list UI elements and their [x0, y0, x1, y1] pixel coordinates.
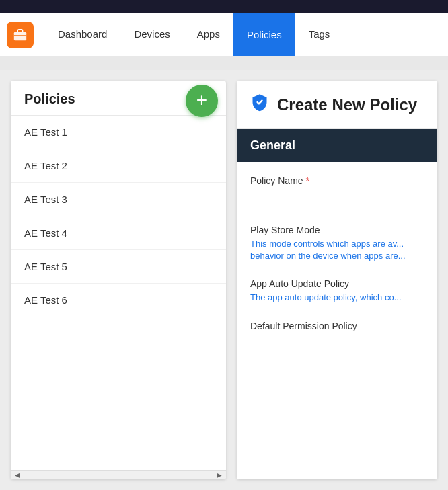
briefcase-icon: [13, 28, 28, 42]
policies-panel: Policies + AE Test 1 AE Test 2 AE Test 3…: [11, 81, 226, 479]
app-auto-update-description: The app auto update policy, which co...: [250, 292, 424, 304]
policy-name-field: Policy Name *: [250, 175, 424, 208]
policy-item-ae-test-5[interactable]: AE Test 5: [11, 250, 226, 284]
play-store-mode-label: Play Store Mode: [250, 224, 424, 235]
nav-dashboard[interactable]: Dashboard: [44, 13, 120, 56]
nav-bar: Dashboard Devices Apps Policies Tags: [0, 13, 448, 56]
default-permission-field: Default Permission Policy: [250, 321, 424, 331]
play-store-mode-description: This mode controls which apps are av...b…: [250, 238, 424, 262]
form-content: Policy Name * Play Store Mode This mode …: [237, 162, 437, 479]
policies-title: Policies: [24, 91, 75, 107]
create-policy-header: Create New Policy: [237, 81, 437, 129]
svg-rect-0: [14, 32, 26, 40]
required-star: *: [306, 175, 309, 186]
nav-logo[interactable]: [7, 22, 34, 48]
nav-devices[interactable]: Devices: [120, 13, 183, 56]
top-bar: [0, 0, 448, 13]
plus-icon: +: [196, 91, 207, 110]
nav-apps[interactable]: Apps: [184, 13, 233, 56]
policy-item-ae-test-1[interactable]: AE Test 1: [11, 116, 226, 149]
policy-item-ae-test-2[interactable]: AE Test 2: [11, 149, 226, 183]
scroll-left-arrow[interactable]: ◀: [15, 471, 20, 479]
policy-item-ae-test-4[interactable]: AE Test 4: [11, 216, 226, 250]
play-store-mode-field: Play Store Mode This mode controls which…: [250, 224, 424, 262]
policy-name-input[interactable]: [250, 189, 424, 208]
sub-header: [0, 56, 448, 70]
app-auto-update-field: App Auto Update Policy The app auto upda…: [250, 278, 424, 304]
create-policy-title: Create New Policy: [277, 95, 417, 114]
nav-policies[interactable]: Policies: [233, 13, 295, 56]
nav-links: Dashboard Devices Apps Policies Tags: [44, 13, 343, 56]
policies-header: Policies +: [11, 81, 226, 116]
general-section-header: General: [237, 129, 437, 162]
scroll-right-arrow[interactable]: ▶: [217, 471, 222, 479]
main-content: Policies + AE Test 1 AE Test 2 AE Test 3…: [0, 70, 448, 490]
policies-list: AE Test 1 AE Test 2 AE Test 3 AE Test 4 …: [11, 116, 226, 470]
policy-item-ae-test-3[interactable]: AE Test 3: [11, 183, 226, 216]
nav-tags[interactable]: Tags: [295, 13, 344, 56]
create-policy-panel: Create New Policy General Policy Name * …: [237, 81, 437, 479]
default-permission-label: Default Permission Policy: [250, 321, 424, 331]
policy-item-ae-test-6[interactable]: AE Test 6: [11, 284, 226, 317]
horizontal-scrollbar[interactable]: ◀ ▶: [11, 470, 226, 479]
add-policy-button[interactable]: +: [186, 85, 218, 117]
app-auto-update-label: App Auto Update Policy: [250, 278, 424, 289]
policy-name-label: Policy Name *: [250, 175, 424, 186]
shield-icon: [250, 93, 269, 116]
